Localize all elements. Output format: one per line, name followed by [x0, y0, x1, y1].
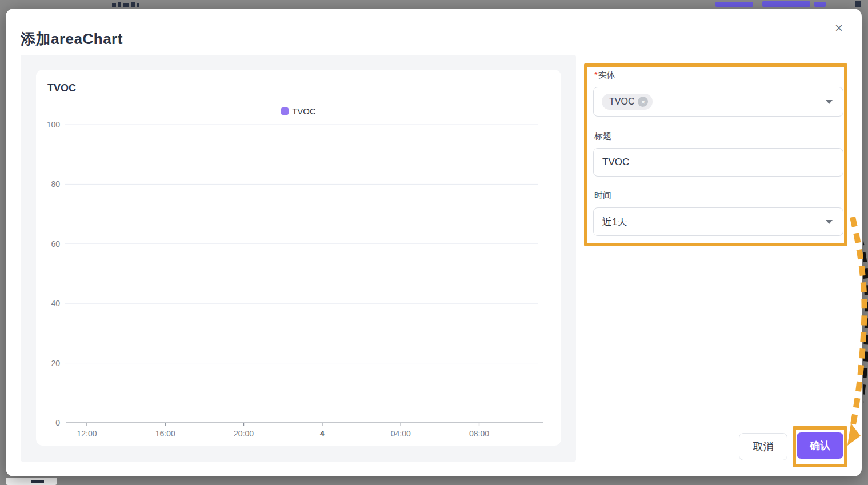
svg-text:08:00: 08:00: [469, 429, 489, 438]
time-select-value: 近1天: [602, 215, 627, 229]
background-glyph: [855, 1, 861, 7]
svg-text:16:00: 16:00: [155, 429, 175, 438]
background-glyph: [131, 2, 135, 7]
chart-card: TVOC TVOC 10080604020012:0016:0020:00404…: [36, 70, 561, 446]
chevron-down-icon: [826, 100, 833, 104]
svg-text:04:00: 04:00: [391, 429, 411, 438]
background-glyph: [31, 480, 44, 483]
title-field-label: 标题: [594, 131, 611, 142]
tag-remove-icon[interactable]: ×: [638, 97, 648, 107]
svg-text:60: 60: [51, 239, 60, 248]
title-input[interactable]: [593, 148, 843, 177]
background-button: [715, 2, 753, 7]
svg-text:12:00: 12:00: [77, 429, 97, 438]
svg-text:0: 0: [55, 418, 60, 427]
svg-text:80: 80: [51, 179, 60, 189]
background-glyph: [123, 3, 129, 7]
background-button: [814, 2, 826, 7]
dialog-title: 添加areaChart: [21, 29, 123, 49]
svg-text:20: 20: [51, 359, 60, 368]
svg-text:40: 40: [51, 299, 60, 308]
background-button: [762, 1, 810, 7]
add-areachart-dialog: 添加areaChart × TVOC TVOC 10080604020012:0…: [6, 9, 862, 476]
chevron-down-icon: [826, 220, 833, 224]
background-glyph: [112, 3, 116, 7]
entity-tag: TVOC ×: [602, 94, 653, 110]
svg-text:4: 4: [320, 429, 325, 438]
area-chart-plot: 10080604020012:0016:0020:00404:0008:00: [36, 70, 561, 446]
entity-tag-label: TVOC: [609, 97, 634, 107]
entity-select[interactable]: TVOC ×: [593, 87, 843, 117]
background-glyph: [137, 3, 139, 7]
time-select[interactable]: 近1天: [593, 207, 843, 236]
entity-field-label: *实体: [594, 70, 615, 81]
chart-preview-panel: TVOC TVOC 10080604020012:0016:0020:00404…: [21, 55, 576, 462]
confirm-button[interactable]: 确认: [797, 432, 843, 459]
required-asterisk: *: [594, 70, 598, 79]
svg-text:100: 100: [47, 120, 61, 129]
time-field-label: 时间: [594, 190, 611, 201]
close-icon[interactable]: ×: [830, 19, 848, 37]
svg-text:20:00: 20:00: [234, 429, 254, 438]
background-glyph: [118, 2, 121, 7]
cancel-button[interactable]: 取消: [739, 433, 787, 460]
